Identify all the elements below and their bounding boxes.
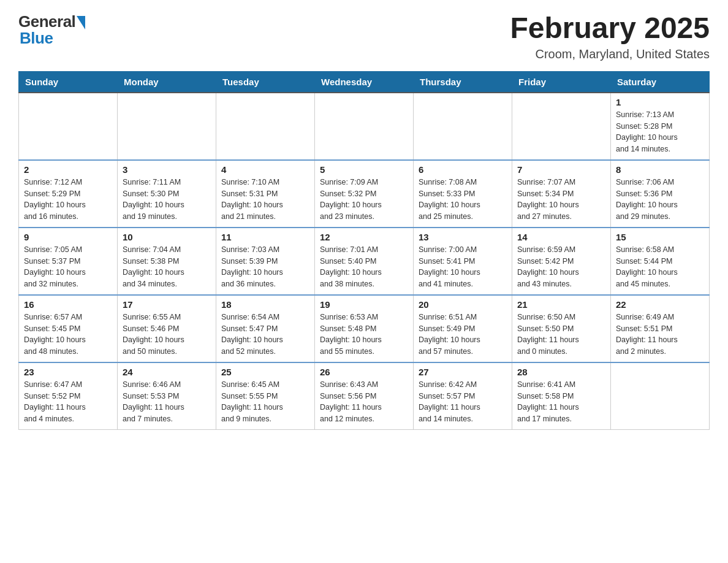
- calendar-cell: 27Sunrise: 6:42 AM Sunset: 5:57 PM Dayli…: [414, 362, 512, 430]
- calendar-cell: 7Sunrise: 7:07 AM Sunset: 5:34 PM Daylig…: [512, 160, 611, 228]
- day-number: 14: [517, 232, 605, 242]
- day-info: Sunrise: 6:55 AM Sunset: 5:46 PM Dayligh…: [123, 312, 211, 358]
- calendar-cell: 23Sunrise: 6:47 AM Sunset: 5:52 PM Dayli…: [19, 362, 118, 430]
- calendar-week-row: 9Sunrise: 7:05 AM Sunset: 5:37 PM Daylig…: [19, 228, 710, 295]
- calendar-cell: 18Sunrise: 6:54 AM Sunset: 5:47 PM Dayli…: [216, 295, 315, 362]
- day-info: Sunrise: 7:12 AM Sunset: 5:29 PM Dayligh…: [24, 177, 112, 223]
- calendar-cell: 26Sunrise: 6:43 AM Sunset: 5:56 PM Dayli…: [315, 362, 414, 430]
- calendar-cell: 24Sunrise: 6:46 AM Sunset: 5:53 PM Dayli…: [118, 362, 216, 430]
- day-info: Sunrise: 6:54 AM Sunset: 5:47 PM Dayligh…: [221, 312, 309, 358]
- day-info: Sunrise: 7:10 AM Sunset: 5:31 PM Dayligh…: [221, 177, 309, 223]
- calendar-cell: 22Sunrise: 6:49 AM Sunset: 5:51 PM Dayli…: [611, 295, 710, 362]
- day-info: Sunrise: 7:04 AM Sunset: 5:38 PM Dayligh…: [123, 244, 211, 290]
- calendar-cell: 15Sunrise: 6:58 AM Sunset: 5:44 PM Dayli…: [611, 228, 710, 295]
- weekday-header-wednesday: Wednesday: [315, 71, 414, 93]
- day-number: 25: [221, 367, 309, 377]
- day-number: 12: [320, 232, 408, 242]
- calendar-cell: 28Sunrise: 6:41 AM Sunset: 5:58 PM Dayli…: [512, 362, 611, 430]
- day-info: Sunrise: 6:41 AM Sunset: 5:58 PM Dayligh…: [517, 379, 605, 425]
- day-number: 13: [419, 232, 507, 242]
- calendar-cell: [118, 93, 216, 160]
- day-info: Sunrise: 7:05 AM Sunset: 5:37 PM Dayligh…: [24, 244, 112, 290]
- weekday-header-monday: Monday: [118, 71, 216, 93]
- calendar-cell: 16Sunrise: 6:57 AM Sunset: 5:45 PM Dayli…: [19, 295, 118, 362]
- day-info: Sunrise: 7:01 AM Sunset: 5:40 PM Dayligh…: [320, 244, 408, 290]
- calendar-cell: 8Sunrise: 7:06 AM Sunset: 5:36 PM Daylig…: [611, 160, 710, 228]
- day-number: 2: [24, 164, 112, 175]
- calendar-cell: 6Sunrise: 7:08 AM Sunset: 5:33 PM Daylig…: [414, 160, 512, 228]
- calendar-cell: 14Sunrise: 6:59 AM Sunset: 5:42 PM Dayli…: [512, 228, 611, 295]
- calendar-cell: 21Sunrise: 6:50 AM Sunset: 5:50 PM Dayli…: [512, 295, 611, 362]
- day-info: Sunrise: 6:49 AM Sunset: 5:51 PM Dayligh…: [616, 312, 704, 358]
- day-number: 3: [123, 164, 211, 175]
- day-number: 23: [24, 367, 112, 377]
- day-number: 5: [320, 164, 408, 175]
- day-number: 28: [517, 367, 605, 377]
- weekday-header-thursday: Thursday: [414, 71, 512, 93]
- calendar-cell: [414, 93, 512, 160]
- day-info: Sunrise: 6:58 AM Sunset: 5:44 PM Dayligh…: [616, 244, 704, 290]
- calendar-cell: [216, 93, 315, 160]
- day-info: Sunrise: 7:03 AM Sunset: 5:39 PM Dayligh…: [221, 244, 309, 290]
- day-number: 18: [221, 299, 309, 310]
- day-info: Sunrise: 6:46 AM Sunset: 5:53 PM Dayligh…: [123, 379, 211, 425]
- calendar-week-row: 2Sunrise: 7:12 AM Sunset: 5:29 PM Daylig…: [19, 160, 710, 228]
- weekday-header-tuesday: Tuesday: [216, 71, 315, 93]
- logo[interactable]: General Blue: [18, 12, 85, 48]
- day-info: Sunrise: 6:57 AM Sunset: 5:45 PM Dayligh…: [24, 312, 112, 358]
- calendar-cell: 19Sunrise: 6:53 AM Sunset: 5:48 PM Dayli…: [315, 295, 414, 362]
- calendar-cell: 17Sunrise: 6:55 AM Sunset: 5:46 PM Dayli…: [118, 295, 216, 362]
- weekday-header-friday: Friday: [512, 71, 611, 93]
- weekday-header-sunday: Sunday: [19, 71, 118, 93]
- calendar-week-row: 1Sunrise: 7:13 AM Sunset: 5:28 PM Daylig…: [19, 93, 710, 160]
- calendar-week-row: 16Sunrise: 6:57 AM Sunset: 5:45 PM Dayli…: [19, 295, 710, 362]
- day-number: 22: [616, 299, 704, 310]
- day-info: Sunrise: 6:51 AM Sunset: 5:49 PM Dayligh…: [419, 312, 507, 358]
- day-number: 27: [419, 367, 507, 377]
- calendar-cell: 3Sunrise: 7:11 AM Sunset: 5:30 PM Daylig…: [118, 160, 216, 228]
- calendar-table: SundayMondayTuesdayWednesdayThursdayFrid…: [18, 71, 710, 431]
- day-info: Sunrise: 6:45 AM Sunset: 5:55 PM Dayligh…: [221, 379, 309, 425]
- day-info: Sunrise: 7:06 AM Sunset: 5:36 PM Dayligh…: [616, 177, 704, 223]
- day-number: 16: [24, 299, 112, 310]
- calendar-cell: 13Sunrise: 7:00 AM Sunset: 5:41 PM Dayli…: [414, 228, 512, 295]
- calendar-cell: 11Sunrise: 7:03 AM Sunset: 5:39 PM Dayli…: [216, 228, 315, 295]
- day-info: Sunrise: 7:09 AM Sunset: 5:32 PM Dayligh…: [320, 177, 408, 223]
- day-info: Sunrise: 7:07 AM Sunset: 5:34 PM Dayligh…: [517, 177, 605, 223]
- calendar-cell: 20Sunrise: 6:51 AM Sunset: 5:49 PM Dayli…: [414, 295, 512, 362]
- calendar-cell: [315, 93, 414, 160]
- day-info: Sunrise: 7:13 AM Sunset: 5:28 PM Dayligh…: [616, 109, 704, 155]
- calendar-cell: 5Sunrise: 7:09 AM Sunset: 5:32 PM Daylig…: [315, 160, 414, 228]
- day-info: Sunrise: 6:59 AM Sunset: 5:42 PM Dayligh…: [517, 244, 605, 290]
- day-info: Sunrise: 7:08 AM Sunset: 5:33 PM Dayligh…: [419, 177, 507, 223]
- day-info: Sunrise: 6:47 AM Sunset: 5:52 PM Dayligh…: [24, 379, 112, 425]
- calendar-cell: 4Sunrise: 7:10 AM Sunset: 5:31 PM Daylig…: [216, 160, 315, 228]
- calendar-cell: 2Sunrise: 7:12 AM Sunset: 5:29 PM Daylig…: [19, 160, 118, 228]
- weekday-header-row: SundayMondayTuesdayWednesdayThursdayFrid…: [19, 71, 710, 93]
- day-number: 7: [517, 164, 605, 175]
- day-number: 10: [123, 232, 211, 242]
- day-info: Sunrise: 6:43 AM Sunset: 5:56 PM Dayligh…: [320, 379, 408, 425]
- day-info: Sunrise: 6:50 AM Sunset: 5:50 PM Dayligh…: [517, 312, 605, 358]
- day-info: Sunrise: 7:11 AM Sunset: 5:30 PM Dayligh…: [123, 177, 211, 223]
- day-info: Sunrise: 7:00 AM Sunset: 5:41 PM Dayligh…: [419, 244, 507, 290]
- day-number: 11: [221, 232, 309, 242]
- day-number: 4: [221, 164, 309, 175]
- calendar-cell: [19, 93, 118, 160]
- calendar-cell: 1Sunrise: 7:13 AM Sunset: 5:28 PM Daylig…: [611, 93, 710, 160]
- day-number: 20: [419, 299, 507, 310]
- calendar-cell: [512, 93, 611, 160]
- location-text: Croom, Maryland, United States: [510, 47, 710, 61]
- calendar-cell: 10Sunrise: 7:04 AM Sunset: 5:38 PM Dayli…: [118, 228, 216, 295]
- day-number: 26: [320, 367, 408, 377]
- weekday-header-saturday: Saturday: [611, 71, 710, 93]
- calendar-week-row: 23Sunrise: 6:47 AM Sunset: 5:52 PM Dayli…: [19, 362, 710, 430]
- day-number: 9: [24, 232, 112, 242]
- calendar-cell: 12Sunrise: 7:01 AM Sunset: 5:40 PM Dayli…: [315, 228, 414, 295]
- calendar-cell: [611, 362, 710, 430]
- calendar-cell: 9Sunrise: 7:05 AM Sunset: 5:37 PM Daylig…: [19, 228, 118, 295]
- page-header: General Blue February 2025 Croom, Maryla…: [18, 12, 710, 61]
- day-info: Sunrise: 6:42 AM Sunset: 5:57 PM Dayligh…: [419, 379, 507, 425]
- day-number: 8: [616, 164, 704, 175]
- day-info: Sunrise: 6:53 AM Sunset: 5:48 PM Dayligh…: [320, 312, 408, 358]
